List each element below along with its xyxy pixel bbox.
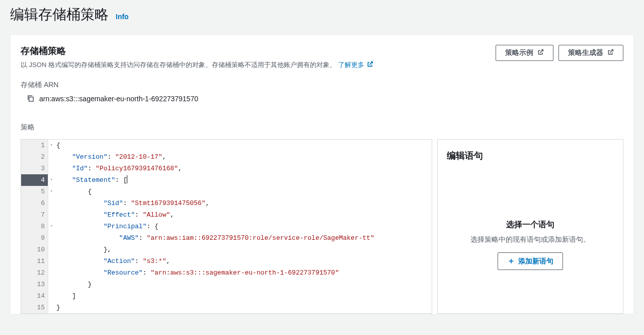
line-number[interactable]: 15: [21, 302, 48, 313]
page-title: 编辑存储桶策略: [10, 5, 109, 24]
code-editor[interactable]: 1{2 "Version": "2012-10-17",3 "Id": "Pol…: [21, 139, 432, 314]
line-number[interactable]: 11: [21, 255, 48, 267]
code-line[interactable]: 5 {: [21, 186, 432, 197]
line-number[interactable]: 1: [21, 140, 48, 151]
code-content[interactable]: "Effect": "Allow",: [48, 209, 174, 221]
code-line[interactable]: 4 "Statement": [: [21, 174, 432, 186]
page-header: 编辑存储桶策略 Info: [0, 0, 644, 34]
code-content[interactable]: "Action": "s3:*",: [48, 255, 170, 267]
code-content[interactable]: "Sid": "Stmt1679391475056",: [48, 197, 209, 209]
svg-rect-0: [29, 97, 33, 101]
code-line[interactable]: 9 "AWS": "arn:aws:iam::692273791570:role…: [21, 232, 432, 244]
code-content[interactable]: "Principal": {: [48, 221, 158, 232]
line-number[interactable]: 10: [21, 244, 48, 255]
line-number[interactable]: 7: [21, 209, 48, 221]
code-line[interactable]: 2 "Version": "2012-10-17",: [21, 151, 432, 163]
card-description-text: 以 JSON 格式编写的存储桶策略支持访问存储在存储桶中的对象。存储桶策略不适用…: [21, 61, 336, 69]
code-line[interactable]: 3 "Id": "Policy1679391476168",: [21, 163, 432, 174]
statement-panel: 编辑语句 选择一个语句 选择策略中的现有语句或添加新语句。 ＋ 添加新语句: [437, 139, 623, 314]
policy-examples-label: 策略示例: [505, 48, 533, 57]
code-line[interactable]: 7 "Effect": "Allow",: [21, 209, 432, 221]
code-content[interactable]: "Version": "2012-10-17",: [48, 151, 166, 163]
add-statement-label: 添加新语句: [518, 257, 553, 266]
policy-label: 策略: [21, 123, 623, 132]
code-line[interactable]: 11 "Action": "s3:*",: [21, 255, 432, 267]
external-link-icon: [537, 49, 544, 57]
plus-icon: ＋: [507, 256, 515, 266]
statement-sub: 选择策略中的现有语句或添加新语句。: [470, 235, 590, 244]
code-line[interactable]: 13 }: [21, 279, 432, 290]
code-content[interactable]: }: [48, 302, 60, 313]
line-number[interactable]: 2: [21, 151, 48, 163]
line-number[interactable]: 14: [21, 290, 48, 302]
card-title: 存储桶策略: [21, 45, 496, 57]
policy-generator-button[interactable]: 策略生成器: [558, 45, 623, 61]
arn-label: 存储桶 ARN: [21, 81, 623, 90]
add-statement-button[interactable]: ＋ 添加新语句: [498, 252, 563, 270]
code-content[interactable]: "Id": "Policy1679391476168",: [48, 163, 182, 174]
code-content[interactable]: {: [48, 186, 92, 197]
external-link-icon: [367, 60, 373, 71]
statement-heading: 选择一个语句: [506, 220, 554, 230]
card-description: 以 JSON 格式编写的存储桶策略支持访问存储在存储桶中的对象。存储桶策略不适用…: [21, 60, 496, 71]
statement-panel-title: 编辑语句: [447, 150, 614, 162]
code-line[interactable]: 1{: [21, 140, 432, 151]
code-line[interactable]: 8 "Principal": {: [21, 221, 432, 232]
code-line[interactable]: 14 ]: [21, 290, 432, 302]
policy-examples-button[interactable]: 策略示例: [496, 45, 553, 61]
policy-generator-label: 策略生成器: [568, 48, 603, 57]
line-number[interactable]: 3: [21, 163, 48, 174]
line-number[interactable]: 9: [21, 232, 48, 244]
line-number[interactable]: 4: [21, 174, 48, 186]
code-line[interactable]: 12 "Resource": "arn:aws:s3:::sagemaker-e…: [21, 267, 432, 279]
line-number[interactable]: 6: [21, 197, 48, 209]
learn-more-link[interactable]: 了解更多: [338, 61, 374, 69]
cursor: [127, 175, 127, 183]
code-line[interactable]: 6 "Sid": "Stmt1679391475056",: [21, 197, 432, 209]
line-number[interactable]: 8: [21, 221, 48, 232]
info-link[interactable]: Info: [116, 13, 129, 21]
code-content[interactable]: },: [48, 244, 111, 255]
policy-card: 存储桶策略 以 JSON 格式编写的存储桶策略支持访问存储在存储桶中的对象。存储…: [10, 34, 634, 314]
learn-more-text: 了解更多: [338, 61, 364, 69]
line-number[interactable]: 12: [21, 267, 48, 279]
code-content[interactable]: "Statement": [: [48, 174, 127, 186]
code-line[interactable]: 15}: [21, 302, 432, 313]
code-line[interactable]: 10 },: [21, 244, 432, 255]
copy-icon[interactable]: [27, 95, 34, 102]
code-content[interactable]: ]: [48, 290, 76, 302]
code-content[interactable]: }: [48, 279, 92, 290]
code-content[interactable]: "Resource": "arn:aws:s3:::sagemaker-eu-n…: [48, 267, 339, 279]
line-number[interactable]: 5: [21, 186, 48, 197]
arn-value: arn:aws:s3:::sagemaker-eu-north-1-692273…: [39, 95, 198, 103]
code-content[interactable]: "AWS": "arn:aws:iam::692273791570:role/s…: [48, 232, 374, 244]
line-number[interactable]: 13: [21, 279, 48, 290]
external-link-icon: [607, 49, 614, 57]
